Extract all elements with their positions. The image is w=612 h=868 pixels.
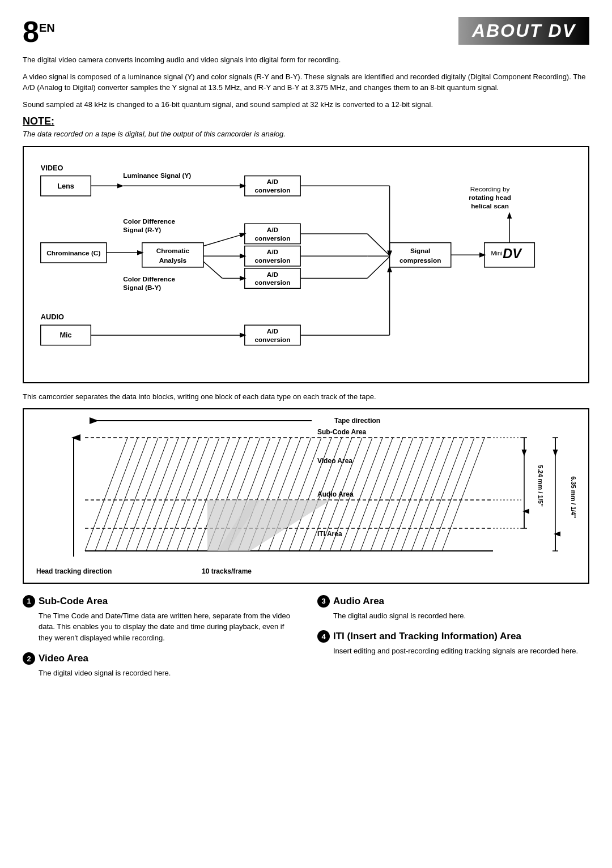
tape-svg: Tape direction Sub-Code Area Video Area … [24,409,588,584]
circle-3: 3 [317,595,330,608]
svg-line-73 [95,438,138,551]
page-number: 8EN [23,17,55,46]
svg-line-103 [401,438,444,551]
svg-line-105 [422,438,464,551]
section-1-body: The Time Code and Date/Time data are wri… [39,610,295,644]
section-3-body: The digital audio signal is recorded her… [333,610,589,622]
svg-text:Tape direction: Tape direction [334,417,380,425]
svg-line-100 [371,438,413,551]
section-4-body: Insert editing and post-recording editin… [333,645,589,657]
svg-text:conversion: conversion [255,279,291,287]
svg-text:A/D: A/D [267,271,279,279]
tape-diagram-wrapper: Tape direction Sub-Code Area Video Area … [23,408,589,584]
svg-text:Chromatic: Chromatic [156,247,190,255]
tape-diagram: Tape direction Sub-Code Area Video Area … [23,408,589,584]
page-number-digit: 8 [23,15,39,48]
svg-text:conversion: conversion [255,186,291,194]
svg-text:conversion: conversion [255,234,291,242]
svg-text:Signal (R-Y): Signal (R-Y) [123,226,161,234]
svg-line-101 [381,438,423,551]
svg-text:Audio Area: Audio Area [317,490,354,498]
svg-text:Luminance Signal (Y): Luminance Signal (Y) [123,172,191,179]
bottom-sections: 1 Sub-Code Area The Time Code and Date/T… [23,595,589,688]
svg-text:rotating head: rotating head [469,194,511,202]
video-label: VIDEO [41,164,63,172]
page-header: 8EN ABOUT DV [23,17,589,46]
svg-line-98 [350,438,393,551]
section-3-label: Audio Area [333,596,384,607]
section-2-body: The digital video signal is recorded her… [39,668,295,679]
svg-text:A/D: A/D [267,327,279,335]
svg-text:Lens: Lens [57,182,74,190]
svg-text:Mic: Mic [60,331,71,339]
section-2-title: 2 Video Area [23,652,295,665]
svg-line-74 [105,438,148,551]
between-diagrams-text: This camcorder separates the data into b… [23,391,589,403]
intro-para2: A video signal is composed of a luminanc… [23,71,589,93]
signal-flow-diagram: VIDEO Lens Luminance Signal (Y) A/D conv… [23,146,589,383]
svg-line-79 [156,438,199,551]
svg-line-41 [367,256,389,278]
svg-text:Color Difference: Color Difference [123,217,175,225]
svg-line-72 [85,438,128,551]
left-column: 1 Sub-Code Area The Time Code and Date/T… [23,595,295,688]
right-column: 3 Audio Area The digital audio signal is… [317,595,589,688]
svg-text:Analysis: Analysis [159,256,187,264]
svg-line-24 [203,234,245,246]
svg-line-75 [116,438,158,551]
signal-svg: VIDEO Lens Luminance Signal (Y) A/D conv… [33,156,579,371]
note-text: The data recorded on a tape is digital, … [23,130,589,138]
svg-text:Color Difference: Color Difference [123,275,175,283]
svg-text:DV: DV [503,246,522,261]
section-4-label: ITI (Insert and Tracking Information) Ar… [333,631,521,642]
svg-line-77 [136,438,178,551]
chapter-title: ABOUT DV [458,17,589,45]
svg-text:A/D: A/D [267,178,279,186]
svg-text:Signal (B-Y): Signal (B-Y) [123,284,161,292]
svg-text:Mini: Mini [491,250,503,256]
section-1-title: 1 Sub-Code Area [23,595,295,608]
svg-text:helical scan: helical scan [471,202,509,210]
intro-para3: Sound sampled at 48 kHz is changed to a … [23,99,589,110]
svg-line-39 [367,234,389,255]
page-suffix: EN [39,22,55,34]
svg-text:compression: compression [400,256,441,264]
svg-text:Sub-Code Area: Sub-Code Area [317,428,367,436]
svg-text:5.24 mm / 1/5": 5.24 mm / 1/5" [537,465,544,507]
section-3-title: 3 Audio Area [317,595,589,608]
circle-4: 4 [317,630,330,643]
svg-line-104 [411,438,454,551]
svg-line-80 [167,438,209,551]
svg-text:conversion: conversion [255,336,291,344]
svg-line-91 [279,438,321,551]
circle-1: 1 [23,595,35,608]
svg-text:Signal: Signal [410,247,430,255]
section-2-label: Video Area [39,653,88,664]
circle-2: 2 [23,652,35,665]
svg-text:Head tracking direction: Head tracking direction [36,567,112,575]
svg-text:A/D: A/D [267,248,279,256]
svg-line-107 [442,438,484,551]
section-4-title: 4 ITI (Insert and Tracking Information) … [317,630,589,643]
svg-text:10 tracks/frame: 10 tracks/frame [202,567,252,575]
svg-line-102 [391,438,434,551]
svg-text:ITI Area: ITI Area [317,530,342,538]
intro-para1: The digital video camera converts incomi… [23,54,589,66]
svg-text:Recording by: Recording by [470,185,510,193]
svg-line-34 [203,262,222,279]
note-label: NOTE: [23,116,589,127]
svg-line-106 [432,438,474,551]
svg-text:Chrominance (C): Chrominance (C) [46,249,100,257]
section-1-label: Sub-Code Area [39,596,108,607]
note-section: NOTE: The data recorded on a tape is dig… [23,116,589,138]
svg-line-99 [360,438,403,551]
svg-line-78 [146,438,189,551]
svg-text:6.35 mm / 1/4": 6.35 mm / 1/4" [570,476,577,518]
svg-text:AUDIO: AUDIO [41,313,64,321]
svg-text:A/D: A/D [267,226,279,234]
svg-line-76 [126,438,168,551]
svg-text:conversion: conversion [255,256,291,264]
